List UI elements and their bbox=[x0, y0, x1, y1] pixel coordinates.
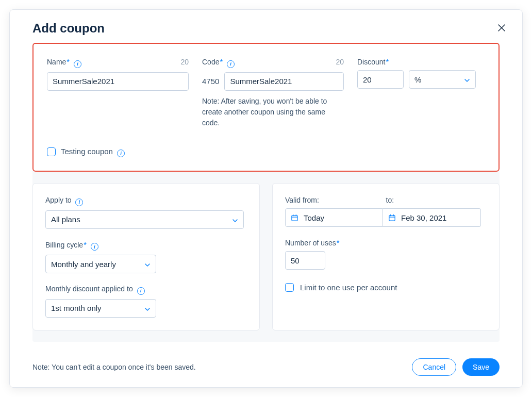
limit-one-use-label: Limit to one use per account bbox=[300, 283, 397, 292]
monthly-applied-label: Monthly discount applied to i bbox=[45, 285, 247, 295]
code-char-counter: 20 bbox=[336, 58, 344, 66]
info-icon[interactable]: i bbox=[137, 287, 145, 295]
svg-rect-4 bbox=[389, 215, 395, 220]
valid-from-value: Today bbox=[304, 213, 324, 222]
cancel-button[interactable]: Cancel bbox=[412, 358, 456, 376]
apply-to-value: All plans bbox=[51, 215, 80, 224]
billing-cycle-label: Billing cycle* i bbox=[45, 240, 247, 251]
valid-to-label: to: bbox=[386, 196, 487, 204]
monthly-applied-select[interactable]: 1st month only bbox=[45, 299, 156, 318]
name-input[interactable] bbox=[47, 72, 189, 91]
discount-value-input[interactable] bbox=[357, 70, 404, 89]
number-of-uses-label: Number of uses* bbox=[285, 238, 487, 247]
discount-unit-select[interactable]: % bbox=[409, 70, 476, 89]
valid-from-label: Valid from: bbox=[285, 196, 386, 204]
monthly-applied-value: 1st month only bbox=[51, 304, 102, 312]
code-note: Note: After saving, you won't be able to… bbox=[202, 96, 344, 128]
code-label: Code* i bbox=[202, 57, 235, 68]
footer-note: Note: You can't edit a coupon once it's … bbox=[32, 363, 196, 371]
discount-field-group: Discount* % bbox=[357, 57, 476, 128]
billing-cycle-value: Monthly and yearly bbox=[51, 260, 116, 269]
valid-from-input[interactable]: Today bbox=[285, 208, 383, 227]
coupon-basics-panel: Name* i 20 Code* i bbox=[32, 43, 500, 172]
modal-footer: Note: You can't edit a coupon once it's … bbox=[10, 347, 522, 387]
info-icon[interactable]: i bbox=[227, 60, 235, 68]
modal-header: Add coupon bbox=[10, 10, 522, 43]
info-icon[interactable]: i bbox=[74, 60, 81, 68]
chevron-down-icon bbox=[464, 76, 470, 82]
add-coupon-modal: Add coupon Name* i 20 bbox=[9, 9, 523, 388]
code-field-group: Code* i 20 4750 Note: After saving, you … bbox=[202, 57, 344, 128]
svg-rect-0 bbox=[292, 215, 297, 220]
apply-to-select[interactable]: All plans bbox=[45, 210, 244, 229]
calendar-icon bbox=[291, 214, 298, 222]
save-button[interactable]: Save bbox=[462, 358, 500, 376]
code-input[interactable] bbox=[224, 72, 344, 91]
discount-label: Discount* bbox=[357, 57, 389, 66]
testing-coupon-label: Testing coupon i bbox=[61, 147, 125, 158]
info-icon[interactable]: i bbox=[91, 243, 98, 251]
info-icon[interactable]: i bbox=[75, 198, 83, 206]
testing-coupon-checkbox[interactable] bbox=[47, 147, 56, 156]
valid-to-input[interactable]: Feb 30, 2021 bbox=[383, 208, 481, 227]
apply-panel: Apply to i All plans Billing cycle* i bbox=[32, 183, 260, 330]
calendar-icon bbox=[388, 214, 396, 222]
chevron-down-icon bbox=[144, 305, 151, 311]
limit-one-use-checkbox[interactable] bbox=[285, 283, 294, 292]
modal-title: Add coupon bbox=[32, 21, 105, 36]
name-field-group: Name* i 20 bbox=[47, 57, 189, 128]
name-label: Name* i bbox=[47, 57, 81, 68]
chevron-down-icon bbox=[144, 261, 151, 267]
close-button[interactable] bbox=[495, 21, 508, 36]
code-prefix: 4750 bbox=[202, 77, 219, 86]
validity-panel: Valid from: to: Today bbox=[272, 183, 500, 330]
testing-coupon-row: Testing coupon i bbox=[47, 147, 485, 158]
apply-to-label: Apply to i bbox=[45, 196, 247, 206]
valid-to-value: Feb 30, 2021 bbox=[401, 213, 446, 222]
number-of-uses-input[interactable] bbox=[285, 251, 325, 270]
billing-cycle-select[interactable]: Monthly and yearly bbox=[45, 255, 156, 273]
close-icon bbox=[497, 24, 506, 32]
name-char-counter: 20 bbox=[180, 58, 189, 66]
discount-unit-value: % bbox=[414, 75, 421, 84]
info-icon[interactable]: i bbox=[117, 150, 125, 157]
chevron-down-icon bbox=[232, 217, 238, 223]
